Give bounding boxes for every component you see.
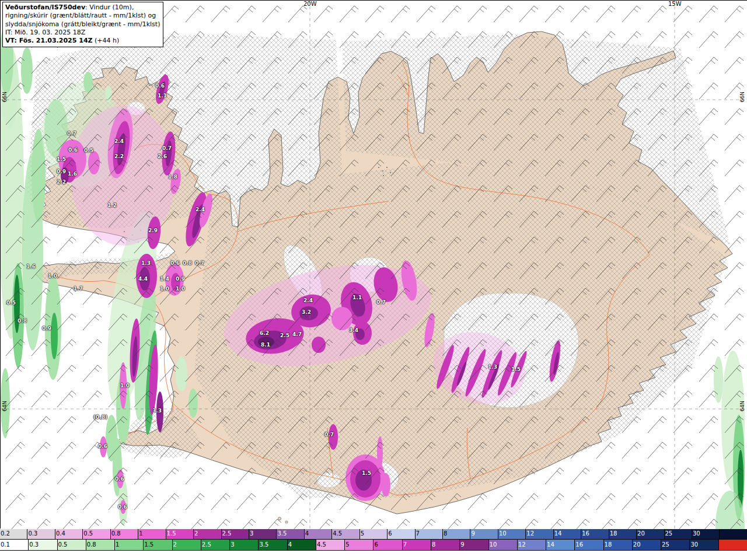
colorbar-tick-label: 2.5 bbox=[222, 531, 232, 537]
colorbar-tick-label: 0.5 bbox=[58, 542, 68, 548]
weather-map: 0.61.10.72.40.70.60.52.21.50.91.62.22.61… bbox=[0, 0, 747, 528]
precip-value-label: 0.7 bbox=[376, 299, 386, 305]
precip-value-label: 0.9 bbox=[42, 326, 51, 331]
colorbar-tick-label: 3 bbox=[250, 531, 253, 537]
colorbar-segment: 4 bbox=[304, 528, 331, 539]
colorbar-segment: 7 bbox=[415, 528, 442, 539]
precip-value-label: 0.5 bbox=[6, 300, 16, 306]
colorbar-tick-label: 0.3 bbox=[28, 531, 37, 537]
colorbar-tick-label: 10 bbox=[490, 542, 497, 548]
precip-value-label: 1.3 bbox=[141, 260, 151, 266]
precip-value-label: 3.2 bbox=[302, 309, 311, 315]
colorbar-tick-label: 0.8 bbox=[87, 542, 96, 548]
colorbar-segment: 25 bbox=[664, 528, 692, 539]
sleet-snow-colorbar: 0.20.30.40.50.811.522.533.544.5567891012… bbox=[0, 528, 747, 540]
precip-value-label: 3.4 bbox=[349, 327, 358, 333]
precip-value-label: 0.6 bbox=[98, 443, 107, 449]
colorbar-tick-label: 8 bbox=[444, 531, 447, 537]
colorbar-segment: 10 bbox=[488, 540, 517, 550]
precip-value-label: 0.9 bbox=[176, 276, 185, 282]
precip-value-label: 1.8 bbox=[168, 174, 177, 180]
precip-value-label: 0.7 bbox=[324, 432, 334, 438]
colorbar-segment: 0.8 bbox=[110, 528, 138, 539]
colorbar-tick-label: 4.5 bbox=[317, 542, 326, 548]
title-line-2: rigning/skúrir (grænt/blátt/rautt - mm/1… bbox=[5, 12, 160, 20]
colorbar-tick-label: 4 bbox=[305, 531, 309, 537]
colorbar-tick-label: 18 bbox=[610, 531, 617, 537]
colorbar-tick-label: 14 bbox=[547, 542, 554, 548]
colorbar-tick-label: 18 bbox=[605, 542, 612, 548]
colorbar-tick-label: 1 bbox=[139, 531, 142, 537]
colorbar-tick-label: 2.5 bbox=[202, 542, 211, 548]
colorbar-segment: 5 bbox=[359, 528, 387, 539]
colorbar-segment: 4.5 bbox=[331, 528, 359, 539]
colorbar-tick-label: 16 bbox=[582, 531, 589, 537]
latitude-label: 64N bbox=[2, 401, 8, 411]
precip-value-label: 0.6 bbox=[118, 504, 127, 510]
colorbar-segment: 2.5 bbox=[221, 528, 249, 539]
precip-value-label: 1.6 bbox=[68, 171, 77, 177]
colorbar-segment: 6 bbox=[373, 540, 402, 550]
colorbar-tick-label: 9 bbox=[460, 542, 464, 548]
precip-value-label: 2.9 bbox=[148, 228, 158, 233]
precip-value-label: 3.3 bbox=[152, 408, 162, 414]
colorbar-segment: 25 bbox=[661, 540, 689, 550]
colorbar-tick-label: 1 bbox=[116, 542, 119, 548]
wind-barbs-layer bbox=[1, 1, 747, 529]
colorbar-segment: 18 bbox=[603, 540, 632, 550]
precip-value-label: 0.5 bbox=[84, 148, 93, 153]
colorbar-tick-label: 30 bbox=[690, 542, 698, 548]
colorbar-segment: 16 bbox=[581, 528, 608, 539]
precip-value-label: 1.2 bbox=[107, 202, 117, 208]
colorbar-segment: 0.3 bbox=[28, 540, 57, 550]
colorbar-tick-label: 0.1 bbox=[1, 542, 10, 548]
colorbar-segment: 14 bbox=[553, 528, 581, 539]
precip-value-label: 2.5 bbox=[280, 332, 289, 338]
precip-value-label: 1.5 bbox=[57, 156, 66, 162]
colorbar-tick-label: 16 bbox=[575, 542, 583, 548]
model-name: Veðurstofan/IS750dev bbox=[5, 4, 85, 11]
colorbar-segment: 7 bbox=[402, 540, 431, 550]
colorbar-segment: 12 bbox=[517, 540, 546, 550]
precip-value-label: 1.1 bbox=[352, 295, 362, 300]
precip-value-label: 1.0 bbox=[120, 383, 130, 388]
precip-value-label: 8.1 bbox=[261, 342, 270, 348]
colorbar-segment: 5 bbox=[344, 540, 373, 550]
colorbar-tick-label: 6 bbox=[374, 542, 378, 548]
colorbar-tick-label: 12 bbox=[518, 542, 526, 548]
colorbar-segment: 4.5 bbox=[316, 540, 344, 550]
colorbar-segment: 0.5 bbox=[57, 540, 86, 550]
colorbar-segment: 14 bbox=[546, 540, 574, 550]
colorbar-tick-label: 4 bbox=[288, 542, 292, 548]
colorbar-tick-label: 5 bbox=[361, 531, 364, 537]
colorbar-tick-label: 25 bbox=[662, 542, 669, 548]
colorbar-segment: 8 bbox=[442, 528, 470, 539]
colorbar-tick-label: 25 bbox=[665, 531, 673, 537]
latitude-label: 66N bbox=[2, 92, 8, 102]
colorbar-segment: 3.5 bbox=[276, 528, 303, 539]
title-line-3: slydda/snjókoma (grátt/bleikt/grænt - mm… bbox=[5, 20, 160, 29]
valid-time-line: VT: Fös. 21.03.2025 14Z (+44 h) bbox=[5, 37, 160, 45]
precip-value-label: 6.2 bbox=[260, 330, 269, 336]
precip-value-label: 2.4 bbox=[114, 138, 124, 144]
precip-value-label: 2.4 bbox=[303, 298, 313, 303]
meridian-label: 20W bbox=[303, 1, 317, 7]
precip-value-label: 0.6 bbox=[170, 260, 180, 266]
colorbar-segment: 30 bbox=[692, 528, 719, 539]
precip-value-label: 2.4 bbox=[196, 206, 205, 212]
precip-value-label: 1.6 bbox=[26, 264, 36, 270]
colorbar-tick-label: 30 bbox=[693, 531, 700, 537]
colorbar-tick-label: 0.8 bbox=[111, 531, 121, 537]
colorbar-segment: 20 bbox=[636, 528, 664, 539]
colorbar-segment: 0.2 bbox=[0, 528, 27, 539]
precip-value-label: 1.0 bbox=[48, 273, 57, 279]
colorbar-segment: 3 bbox=[249, 528, 276, 539]
precip-value-label: 0.8 bbox=[183, 260, 192, 266]
colorbar-tick-label: 20 bbox=[637, 531, 645, 537]
precip-value-label: 1.4 bbox=[160, 276, 169, 282]
colorbar-tick-label: 5 bbox=[345, 542, 349, 548]
colorbar-tick-label: 2 bbox=[194, 531, 198, 537]
precip-value-label: 0.6 bbox=[155, 83, 165, 89]
colorbar-segment: 9 bbox=[459, 540, 488, 550]
colorbar-segment: 1.5 bbox=[166, 528, 193, 539]
